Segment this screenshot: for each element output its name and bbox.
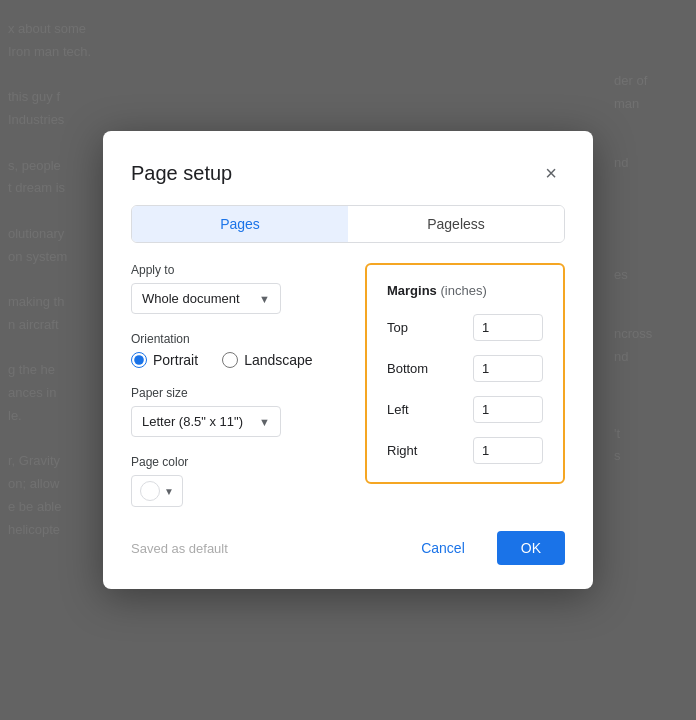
margin-right-label: Right xyxy=(387,443,432,458)
close-button[interactable]: × xyxy=(537,159,565,187)
margins-title: Margins (inches) xyxy=(387,283,543,298)
apply-to-field: Apply to Whole document ▼ xyxy=(131,263,349,314)
orientation-options: Portrait Landscape xyxy=(131,352,349,368)
apply-to-arrow: ▼ xyxy=(259,293,270,305)
paper-size-value: Letter (8.5" x 11") xyxy=(142,414,243,429)
tab-pageless[interactable]: Pageless xyxy=(348,206,564,242)
portrait-option[interactable]: Portrait xyxy=(131,352,198,368)
margin-left-label: Left xyxy=(387,402,432,417)
paper-size-arrow: ▼ xyxy=(259,416,270,428)
paper-size-select[interactable]: Letter (8.5" x 11") ▼ xyxy=(131,406,281,437)
orientation-field: Orientation Portrait Landscape xyxy=(131,332,349,368)
landscape-option[interactable]: Landscape xyxy=(222,352,313,368)
margin-top-row: Top xyxy=(387,314,543,341)
margin-bottom-row: Bottom xyxy=(387,355,543,382)
landscape-radio[interactable] xyxy=(222,352,238,368)
page-color-field: Page color ▼ xyxy=(131,455,349,507)
dialog-footer: Saved as default Cancel OK xyxy=(131,531,565,565)
page-color-select[interactable]: ▼ xyxy=(131,475,183,507)
margins-panel: Margins (inches) Top Bottom Left Right xyxy=(365,263,565,484)
cancel-button[interactable]: Cancel xyxy=(399,531,487,565)
margin-bottom-input[interactable] xyxy=(473,355,543,382)
margin-left-row: Left xyxy=(387,396,543,423)
modal-overlay: Page setup × Pages Pageless Apply to Who… xyxy=(0,0,696,720)
tab-pages[interactable]: Pages xyxy=(132,206,348,242)
color-arrow: ▼ xyxy=(164,486,174,497)
paper-size-field: Paper size Letter (8.5" x 11") ▼ xyxy=(131,386,349,437)
paper-size-label: Paper size xyxy=(131,386,349,400)
footer-buttons: Cancel OK xyxy=(399,531,565,565)
page-setup-dialog: Page setup × Pages Pageless Apply to Who… xyxy=(103,131,593,589)
landscape-label: Landscape xyxy=(244,352,313,368)
portrait-label: Portrait xyxy=(153,352,198,368)
margin-top-input[interactable] xyxy=(473,314,543,341)
orientation-label: Orientation xyxy=(131,332,349,346)
margin-bottom-label: Bottom xyxy=(387,361,432,376)
dialog-header: Page setup × xyxy=(131,159,565,187)
apply-to-label: Apply to xyxy=(131,263,349,277)
apply-to-value: Whole document xyxy=(142,291,240,306)
margins-unit: (inches) xyxy=(440,283,486,298)
portrait-radio[interactable] xyxy=(131,352,147,368)
page-color-label: Page color xyxy=(131,455,349,469)
dialog-body: Apply to Whole document ▼ Orientation Po… xyxy=(131,263,565,507)
dialog-title: Page setup xyxy=(131,162,232,185)
left-panel: Apply to Whole document ▼ Orientation Po… xyxy=(131,263,349,507)
color-swatch xyxy=(140,481,160,501)
margin-right-input[interactable] xyxy=(473,437,543,464)
saved-default-text: Saved as default xyxy=(131,541,228,556)
ok-button[interactable]: OK xyxy=(497,531,565,565)
tab-bar: Pages Pageless xyxy=(131,205,565,243)
margin-top-label: Top xyxy=(387,320,432,335)
margin-right-row: Right xyxy=(387,437,543,464)
apply-to-select[interactable]: Whole document ▼ xyxy=(131,283,281,314)
margin-left-input[interactable] xyxy=(473,396,543,423)
